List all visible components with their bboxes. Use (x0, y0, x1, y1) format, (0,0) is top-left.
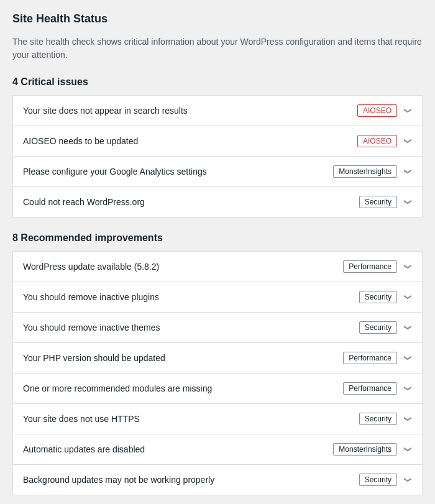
recommended-issue-label: One or more recommended modules are miss… (23, 383, 343, 393)
recommended-issue-item[interactable]: One or more recommended modules are miss… (13, 373, 422, 404)
recommended-issue-chevron: ❮ (403, 414, 411, 424)
recommended-issue-right: Performance ❮ (343, 260, 412, 273)
recommended-issue-label: WordPress update available (5.8.2) (23, 262, 343, 272)
recommended-issue-item[interactable]: WordPress update available (5.8.2) Perfo… (13, 252, 422, 282)
recommended-issue-chevron: ❮ (403, 444, 411, 454)
recommended-issue-item[interactable]: Your site does not use HTTPS Security ❮ (13, 404, 422, 434)
recommended-issue-badge: Performance (343, 382, 397, 395)
critical-issue-label: Please configure your Google Analytics s… (23, 167, 333, 176)
recommended-issue-label: You should remove inactive plugins (23, 292, 359, 302)
recommended-issue-badge: Security (359, 291, 397, 303)
recommended-issue-label: Background updates may not be working pr… (23, 475, 359, 485)
critical-issue-badge: Security (359, 196, 397, 208)
critical-issue-badge: MonsterInsights (333, 165, 397, 178)
recommended-issue-chevron: ❮ (403, 292, 411, 302)
critical-issue-chevron: ❮ (403, 167, 411, 176)
critical-section-title: 4 Critical issues (12, 76, 423, 88)
critical-issue-label: Your site does not appear in search resu… (23, 106, 357, 116)
recommended-issue-item[interactable]: Background updates may not be working pr… (13, 465, 422, 495)
recommended-issue-right: Performance ❮ (343, 382, 412, 395)
critical-issue-chevron: ❮ (403, 197, 411, 207)
recommended-issue-chevron: ❮ (403, 353, 411, 363)
critical-issue-label: AIOSEO needs to be updated (23, 136, 357, 146)
recommended-issue-badge: Performance (343, 352, 397, 364)
page-container: Site Health Status The site health check… (0, 0, 435, 504)
recommended-issue-label: Your site does not use HTTPS (23, 414, 359, 424)
recommended-issue-chevron: ❮ (403, 475, 411, 485)
recommended-issue-chevron: ❮ (403, 262, 411, 272)
critical-issue-badge: AIOSEO (357, 135, 397, 147)
critical-issue-right: AIOSEO ❮ (357, 104, 412, 117)
critical-issue-item[interactable]: Your site does not appear in search resu… (13, 96, 422, 126)
recommended-issue-right: Security ❮ (359, 321, 412, 334)
recommended-issue-label: You should remove inactive themes (23, 323, 359, 332)
recommended-issue-item[interactable]: Your PHP version should be updated Perfo… (13, 343, 422, 373)
recommended-issue-item[interactable]: You should remove inactive plugins Secur… (13, 282, 422, 313)
recommended-issue-right: MonsterInsights ❮ (333, 443, 412, 456)
critical-issue-chevron: ❮ (403, 136, 411, 146)
critical-issue-item[interactable]: Please configure your Google Analytics s… (13, 157, 422, 187)
critical-issue-item[interactable]: Could not reach WordPress.org Security ❮ (13, 187, 422, 217)
recommended-issue-chevron: ❮ (403, 323, 411, 332)
recommended-issue-right: Performance ❮ (343, 352, 412, 364)
recommended-issue-label: Automatic updates are disabled (23, 444, 333, 454)
recommended-issue-right: Security ❮ (359, 474, 412, 486)
recommended-issue-chevron: ❮ (403, 383, 411, 393)
page-description: The site health check shows critical inf… (12, 35, 423, 62)
recommended-issue-item[interactable]: Automatic updates are disabled MonsterIn… (13, 434, 422, 465)
recommended-issue-badge: MonsterInsights (333, 443, 397, 456)
recommended-issue-label: Your PHP version should be updated (23, 353, 343, 363)
recommended-issue-right: Security ❮ (359, 291, 412, 303)
recommended-issue-badge: Performance (343, 260, 397, 273)
recommended-issue-right: Security ❮ (359, 413, 412, 425)
critical-issue-right: AIOSEO ❮ (357, 135, 412, 147)
recommended-issues-list: WordPress update available (5.8.2) Perfo… (12, 251, 423, 495)
page-title: Site Health Status (12, 12, 423, 25)
critical-issue-label: Could not reach WordPress.org (23, 197, 359, 207)
recommended-section-title: 8 Recommended improvements (12, 232, 423, 244)
critical-issue-right: MonsterInsights ❮ (333, 165, 412, 178)
critical-issue-right: Security ❮ (359, 196, 412, 208)
critical-issue-chevron: ❮ (403, 106, 411, 116)
recommended-issue-badge: Security (359, 413, 397, 425)
critical-issues-list: Your site does not appear in search resu… (12, 95, 423, 218)
critical-issue-item[interactable]: AIOSEO needs to be updated AIOSEO ❮ (13, 126, 422, 157)
recommended-issue-item[interactable]: You should remove inactive themes Securi… (13, 313, 422, 343)
recommended-issue-badge: Security (359, 474, 397, 486)
recommended-issue-badge: Security (359, 321, 397, 334)
critical-issue-badge: AIOSEO (357, 104, 397, 117)
